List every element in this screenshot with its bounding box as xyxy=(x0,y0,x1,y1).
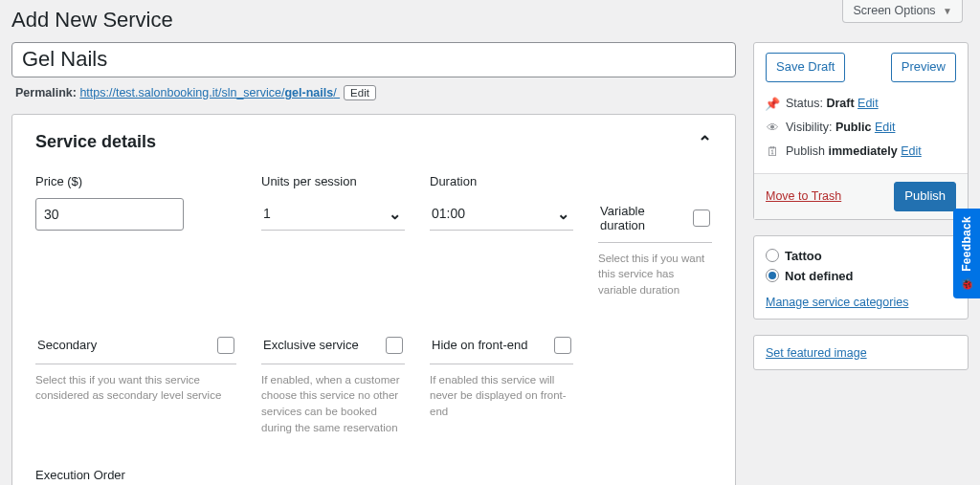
category-label-not-defined: Not defined xyxy=(785,269,854,283)
exclusive-checkbox[interactable] xyxy=(386,337,403,354)
secondary-checkbox[interactable] xyxy=(217,337,234,354)
preview-button[interactable]: Preview xyxy=(891,53,956,82)
screen-options-toggle[interactable]: Screen Options ▼ xyxy=(842,0,963,23)
move-to-trash-link[interactable]: Move to Trash xyxy=(766,189,841,203)
secondary-label: Secondary xyxy=(37,338,97,352)
units-value: 1 xyxy=(263,206,271,221)
permalink-label: Permalink: xyxy=(15,86,77,99)
chevron-down-icon: ⌄ xyxy=(557,205,569,223)
save-draft-button[interactable]: Save Draft xyxy=(766,53,845,82)
exclusive-label: Exclusive service xyxy=(263,338,359,352)
variable-duration-checkbox[interactable] xyxy=(693,209,710,227)
hide-checkbox[interactable] xyxy=(554,337,571,354)
categories-box: Tattoo Not defined Manage service catego… xyxy=(753,235,969,320)
category-label-tattoo: Tattoo xyxy=(785,249,822,263)
price-label: Price ($) xyxy=(35,174,236,188)
collapse-panel-icon[interactable]: ⌃ xyxy=(698,132,712,153)
chevron-down-icon: ⌄ xyxy=(389,205,401,223)
featured-image-box: Set featured image xyxy=(753,335,969,370)
visibility-label: Visibility: xyxy=(786,121,832,134)
service-title-input[interactable] xyxy=(11,42,736,77)
duration-label: Duration xyxy=(430,174,573,188)
permalink-link[interactable]: https://test.salonbooking.it/sln_service… xyxy=(79,86,340,99)
duration-select[interactable]: 01:00 ⌄ xyxy=(430,198,573,231)
edit-status-link[interactable]: Edit xyxy=(858,97,879,110)
hide-hint: If enabled this service will never be di… xyxy=(430,372,573,420)
calendar-icon: 🗓 xyxy=(766,144,779,159)
set-featured-image-link[interactable]: Set featured image xyxy=(766,346,867,360)
hide-label: Hide on front-end xyxy=(432,338,527,352)
variable-duration-label: Variable duration xyxy=(600,204,693,232)
edit-visibility-link[interactable]: Edit xyxy=(875,121,896,134)
duration-value: 01:00 xyxy=(432,206,465,221)
bug-icon: 🐞 xyxy=(960,277,974,291)
publish-label: Publish xyxy=(786,144,825,158)
category-radio-tattoo[interactable] xyxy=(766,249,779,262)
publish-button[interactable]: Publish xyxy=(894,182,956,211)
screen-options-label: Screen Options xyxy=(853,4,935,17)
exclusive-hint: If enabled, when a customer choose this … xyxy=(261,372,405,436)
manage-categories-link[interactable]: Manage service categories xyxy=(766,296,908,309)
eye-icon: 👁 xyxy=(766,121,779,135)
edit-slug-button[interactable]: Edit xyxy=(344,85,376,100)
edit-publish-link[interactable]: Edit xyxy=(901,144,922,158)
chevron-down-icon: ▼ xyxy=(943,6,952,16)
service-details-heading: Service details xyxy=(35,132,156,152)
pin-icon: 📌 xyxy=(766,97,779,111)
publish-value: immediately xyxy=(828,144,897,158)
status-value: Draft xyxy=(826,97,854,110)
category-radio-not-defined[interactable] xyxy=(766,269,779,282)
units-select[interactable]: 1 ⌄ xyxy=(261,198,405,231)
price-input[interactable] xyxy=(35,198,184,231)
units-label: Units per session xyxy=(261,174,405,188)
variable-duration-hint: Select this if you want this service has… xyxy=(598,251,712,298)
secondary-hint: Select this if you want this service con… xyxy=(35,372,236,404)
visibility-value: Public xyxy=(835,121,872,134)
page-title: Add New Service xyxy=(11,8,980,33)
publish-box: Save Draft Preview 📌 Status: Draft Edit … xyxy=(753,42,969,220)
execution-order-label: Execution Order xyxy=(35,468,236,482)
feedback-label: Feedback xyxy=(960,216,973,272)
status-label: Status: xyxy=(786,97,823,110)
feedback-tab[interactable]: Feedback 🐞 xyxy=(953,209,980,298)
